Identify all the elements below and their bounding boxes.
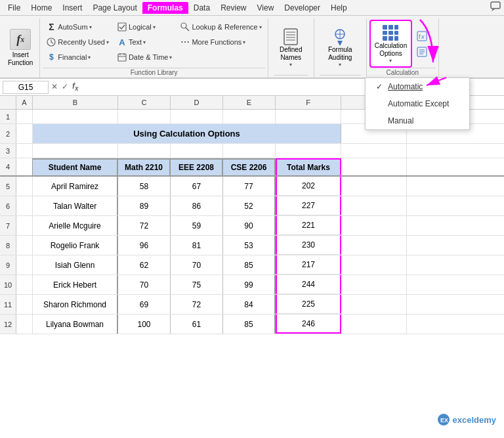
cell-d6[interactable]: 86 — [171, 196, 223, 215]
cell-f11-total[interactable]: 225 — [276, 295, 341, 314]
menu-item-review[interactable]: Review — [215, 2, 251, 14]
cell-c3[interactable] — [118, 144, 171, 158]
col-header-e[interactable]: E — [223, 96, 276, 109]
date-time-button[interactable]: Date & Time ▾ — [114, 50, 176, 64]
cell-d4-header[interactable]: EEE 2208 — [171, 158, 223, 175]
cell-f4-header[interactable]: Total Marks — [276, 158, 341, 175]
cell-d3[interactable] — [171, 144, 223, 158]
cell-f12-total[interactable]: 246 — [276, 315, 341, 334]
chat-icon[interactable] — [490, 1, 501, 12]
cell-c10[interactable]: 70 — [118, 275, 171, 294]
cell-g11[interactable] — [341, 295, 407, 314]
menu-item-data[interactable]: Data — [188, 2, 215, 14]
cell-f10-total[interactable]: 244 — [276, 275, 341, 294]
col-header-f[interactable]: F — [276, 96, 341, 109]
cell-b7[interactable]: Arielle Mcguire — [33, 216, 118, 235]
formula-check-icon[interactable]: ✓ — [62, 82, 68, 91]
col-header-c[interactable]: C — [118, 96, 171, 109]
cell-a3[interactable] — [16, 144, 33, 158]
cell-d8[interactable]: 81 — [171, 236, 223, 255]
formula-cross-icon[interactable]: ✕ — [51, 82, 58, 91]
cell-e10[interactable]: 99 — [223, 275, 276, 294]
cell-d1[interactable] — [171, 110, 223, 123]
cell-e3[interactable] — [223, 144, 276, 158]
cell-a8[interactable] — [16, 236, 33, 255]
cell-d7[interactable]: 59 — [171, 216, 223, 235]
menu-item-developer[interactable]: Developer — [279, 2, 326, 14]
cell-c9[interactable]: 62 — [118, 255, 171, 274]
recently-used-button[interactable]: Recently Used ▾ — [43, 35, 112, 49]
more-functions-button[interactable]: ⋯ More Functions ▾ — [177, 35, 264, 49]
cell-b12[interactable]: Lilyana Bowman — [33, 315, 118, 334]
cell-f9-total[interactable]: 217 — [276, 255, 341, 274]
cell-a5[interactable] — [16, 177, 33, 196]
cell-b9[interactable]: Isiah Glenn — [33, 255, 118, 274]
cell-b4-header[interactable]: Student Name — [33, 158, 118, 175]
formula-auditing-button[interactable]: FormulaAuditing ▾ — [322, 20, 358, 75]
row-header-4[interactable]: 4 — [0, 158, 16, 175]
menu-item-formulas[interactable]: Formulas — [142, 2, 188, 14]
cell-d12[interactable]: 61 — [171, 315, 223, 334]
row-header-7[interactable]: 7 — [0, 216, 16, 235]
row-header-1[interactable]: 1 — [0, 110, 16, 123]
logical-button[interactable]: Logical ▾ — [114, 20, 176, 34]
menu-item-pagelayout[interactable]: Page Layout — [87, 2, 142, 14]
cell-b2-title[interactable]: Using Calculation Options — [33, 124, 341, 143]
cell-a7[interactable] — [16, 216, 33, 235]
cell-c1[interactable] — [118, 110, 171, 123]
cell-b5[interactable]: April Ramirez — [33, 177, 118, 196]
cell-c12[interactable]: 100 — [118, 315, 171, 334]
cell-e7[interactable]: 90 — [223, 216, 276, 235]
dropdown-item-automatic[interactable]: ✓ Automatic — [366, 78, 469, 95]
cell-a6[interactable] — [16, 196, 33, 215]
cell-f7-total[interactable]: 221 — [276, 216, 341, 235]
cell-e5[interactable]: 77 — [223, 177, 276, 196]
calculation-options-button[interactable]: CalculationOptions ▾ — [369, 20, 412, 68]
name-box[interactable] — [3, 81, 49, 94]
menu-item-insert[interactable]: Insert — [57, 2, 87, 14]
calculate-now-button[interactable]: fx — [413, 29, 430, 43]
cell-e11[interactable]: 84 — [223, 295, 276, 314]
cell-d11[interactable]: 72 — [171, 295, 223, 314]
menu-item-home[interactable]: Home — [26, 2, 57, 14]
cell-f6-total[interactable]: 227 — [276, 196, 341, 215]
menu-item-help[interactable]: Help — [326, 2, 352, 14]
lookup-reference-button[interactable]: Lookup & Reference ▾ — [177, 20, 264, 34]
cell-e6[interactable]: 52 — [223, 196, 276, 215]
cell-f8-total[interactable]: 230 — [276, 236, 341, 255]
text-button[interactable]: A Text ▾ — [114, 35, 176, 49]
row-header-8[interactable]: 8 — [0, 236, 16, 255]
cell-a1[interactable] — [16, 110, 33, 124]
cell-d10[interactable]: 75 — [171, 275, 223, 294]
cell-c6[interactable]: 89 — [118, 196, 171, 215]
row-header-10[interactable]: 10 — [0, 275, 16, 294]
cell-g10[interactable] — [341, 275, 407, 294]
cell-g8[interactable] — [341, 236, 407, 255]
col-header-b[interactable]: B — [33, 96, 118, 109]
cell-b10[interactable]: Erick Hebert — [33, 275, 118, 294]
cell-c4-header[interactable]: Math 2210 — [118, 158, 171, 175]
insert-function-button[interactable]: fx InsertFunction — [5, 28, 35, 68]
formula-fx-icon[interactable]: fx — [72, 81, 79, 92]
autosum-button[interactable]: Σ AutoSum ▾ — [43, 20, 112, 34]
col-header-a[interactable]: A — [16, 96, 33, 109]
cell-g3[interactable] — [341, 144, 407, 158]
cell-a4[interactable] — [16, 158, 33, 175]
cell-e8[interactable]: 53 — [223, 236, 276, 255]
cell-b8[interactable]: Rogelio Frank — [33, 236, 118, 255]
row-header-6[interactable]: 6 — [0, 196, 16, 215]
cell-g12[interactable] — [341, 315, 407, 334]
row-header-2[interactable]: 2 — [0, 124, 16, 143]
cell-g5[interactable] — [341, 177, 407, 196]
cell-a12[interactable] — [16, 315, 33, 334]
cell-a9[interactable] — [16, 255, 33, 274]
cell-g4[interactable] — [341, 158, 407, 175]
dropdown-item-manual[interactable]: Manual — [366, 112, 469, 129]
cell-a11[interactable] — [16, 295, 33, 314]
cell-d9[interactable]: 70 — [171, 255, 223, 274]
cell-b11[interactable]: Sharon Richmond — [33, 295, 118, 314]
cell-c5[interactable]: 58 — [118, 177, 171, 196]
cell-a10[interactable] — [16, 275, 33, 294]
cell-f1[interactable] — [276, 110, 341, 123]
cell-g7[interactable] — [341, 216, 407, 235]
